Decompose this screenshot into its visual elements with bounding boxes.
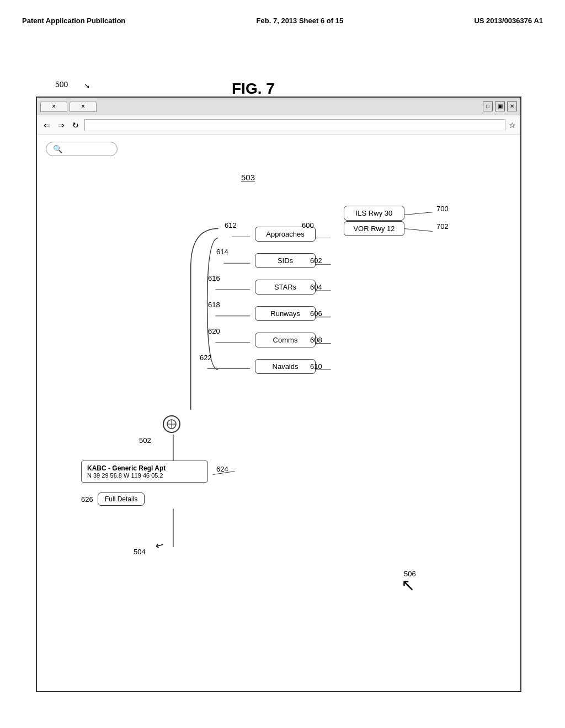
ref-616: 616 xyxy=(208,274,220,282)
ref-500-label: 500 xyxy=(55,80,68,89)
figure-label: FIG. 7 xyxy=(232,80,275,98)
ref-504-arrow: ↙ xyxy=(153,538,167,553)
ref-503: 503 xyxy=(241,173,255,182)
maximize-button[interactable]: ▣ xyxy=(495,101,505,111)
airport-marker xyxy=(163,415,180,433)
address-bar[interactable] xyxy=(84,119,505,131)
search-area: 🔍 xyxy=(37,135,520,156)
tab-2[interactable]: × xyxy=(70,101,97,112)
tab-2-close[interactable]: × xyxy=(81,103,85,110)
cursor-icon: ↖ xyxy=(401,575,415,595)
runways-button[interactable]: Runways xyxy=(255,306,316,321)
diagram-area: 503 Approaches SIDs STARs Runways Comms xyxy=(37,156,520,675)
ref-620: 620 xyxy=(208,327,220,335)
ref-610: 610 xyxy=(310,362,322,371)
navaids-button[interactable]: Navaids xyxy=(255,359,316,374)
tab-1[interactable]: × xyxy=(40,101,67,112)
patent-header-right: US 2013/0036376 A1 xyxy=(474,17,543,25)
full-details-button[interactable]: Full Details xyxy=(98,493,145,506)
ref-700: 700 xyxy=(436,205,449,213)
refresh-button[interactable]: ↻ xyxy=(70,120,81,131)
close-button[interactable]: ✕ xyxy=(507,101,517,111)
window-controls: □ ▣ ✕ xyxy=(483,101,517,111)
back-button[interactable]: ⇐ xyxy=(41,120,52,131)
ils-button[interactable]: ILS Rwy 30 xyxy=(344,206,404,221)
ref-600: 600 xyxy=(302,221,314,229)
ref-604: 604 xyxy=(310,283,322,291)
ref-624: 624 xyxy=(216,465,228,473)
bookmark-icon[interactable]: ☆ xyxy=(509,121,516,130)
ref-626: 626 xyxy=(81,495,93,504)
sids-button[interactable]: SIDs xyxy=(255,253,316,268)
info-box-title: KABC - Generic Regl Apt xyxy=(87,464,202,472)
ref-622: 622 xyxy=(200,354,212,362)
ref-502: 502 xyxy=(139,436,151,445)
info-box-coords: N 39 29 56.8 W 119 46 05.2 xyxy=(87,472,202,479)
nav-bar: ⇐ ⇒ ↻ ☆ xyxy=(37,115,520,135)
comms-button[interactable]: Comms xyxy=(255,333,316,347)
svg-line-17 xyxy=(404,229,433,232)
patent-header-center: Feb. 7, 2013 Sheet 6 of 15 xyxy=(257,17,344,25)
ref-504: 504 xyxy=(134,548,146,556)
ref-618: 618 xyxy=(208,301,220,309)
search-icon: 🔍 xyxy=(53,144,62,153)
svg-line-16 xyxy=(404,212,433,215)
browser-window: × × □ ▣ ✕ ⇐ ⇒ ↻ ☆ 🔍 xyxy=(36,97,521,692)
ref-702: 702 xyxy=(436,222,449,231)
minimize-button[interactable]: □ xyxy=(483,101,493,111)
ref-606: 606 xyxy=(310,309,322,318)
title-bar: × × □ ▣ ✕ xyxy=(37,98,520,115)
tab-1-close[interactable]: × xyxy=(52,103,56,110)
stars-button[interactable]: STARs xyxy=(255,280,316,295)
ref-614: 614 xyxy=(216,248,228,256)
patent-header-left: Patent Application Publication xyxy=(22,17,125,25)
ref-602: 602 xyxy=(310,256,322,265)
ref-500-arrow: ↘ xyxy=(84,82,90,90)
search-box[interactable]: 🔍 xyxy=(46,142,118,156)
ref-608: 608 xyxy=(310,336,322,344)
ref-612: 612 xyxy=(225,221,237,229)
vor-button[interactable]: VOR Rwy 12 xyxy=(344,221,404,236)
forward-button[interactable]: ⇒ xyxy=(56,120,67,131)
info-box: KABC - Generic Regl Apt N 39 29 56.8 W 1… xyxy=(81,461,208,483)
tab-area: × × xyxy=(40,101,483,112)
